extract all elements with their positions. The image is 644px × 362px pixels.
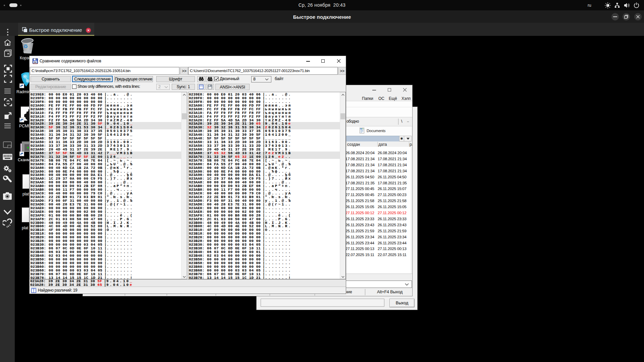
svg-text:64: 64 xyxy=(34,61,37,63)
svg-text:...: ... xyxy=(209,87,211,89)
